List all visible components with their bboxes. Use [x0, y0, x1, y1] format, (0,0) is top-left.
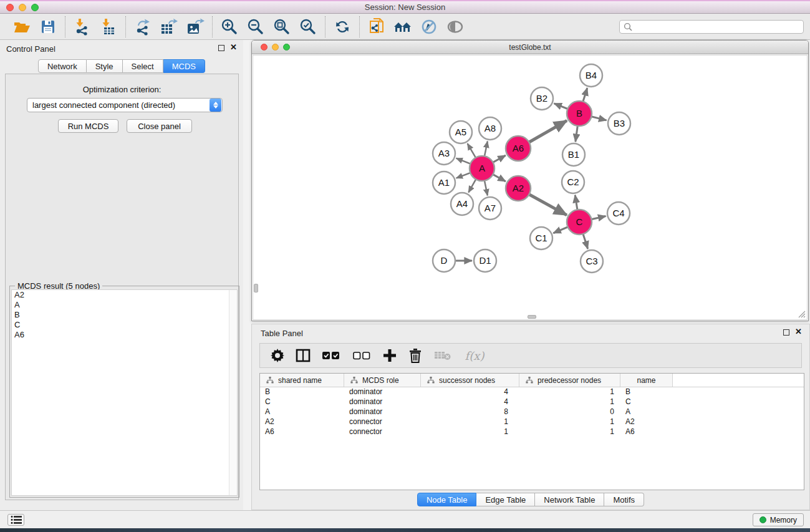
deselect-all-columns-icon[interactable] [352, 347, 372, 364]
task-history-button[interactable] [7, 514, 24, 526]
tab-node-table[interactable]: Node Table [417, 493, 477, 506]
shared-column-icon [266, 377, 274, 384]
node-label-C2: C2 [567, 177, 579, 187]
optimization-criterion-select[interactable]: largest connected component (directed) [27, 98, 223, 112]
table-row[interactable]: Bdominator41B [260, 387, 804, 397]
network-search-field[interactable] [619, 20, 804, 34]
table-settings-gear-icon[interactable] [270, 347, 285, 364]
table-cell: 1 [421, 417, 519, 427]
create-column-plus-icon[interactable] [382, 347, 397, 364]
export-table-icon[interactable] [156, 16, 182, 38]
export-network-icon[interactable] [130, 16, 156, 38]
minimize-network-window-button[interactable] [272, 44, 279, 51]
close-table-panel-icon[interactable]: ✕ [795, 327, 802, 336]
node-label-B2: B2 [536, 93, 547, 104]
import-network-icon[interactable] [69, 16, 95, 38]
column-header-name[interactable]: name [620, 374, 673, 387]
shared-column-icon [350, 377, 358, 384]
mcds-result-item[interactable]: A2 [12, 290, 237, 300]
float-panel-icon[interactable] [218, 45, 224, 51]
column-header-shared-name[interactable]: shared name [260, 374, 344, 387]
mcds-result-group: MCDS result (5 nodes) A2ABCA6 [9, 286, 239, 498]
run-mcds-button[interactable]: Run MCDS [58, 119, 118, 133]
clone-network-icon[interactable] [364, 16, 390, 38]
mcds-result-item[interactable]: B [12, 310, 237, 320]
resize-grip-icon[interactable] [798, 310, 806, 318]
tab-network[interactable]: Network [38, 59, 87, 73]
minimize-window-button[interactable] [19, 4, 26, 11]
show-hide-panel-eye-icon[interactable] [442, 16, 468, 38]
zoom-network-window-button[interactable] [283, 44, 290, 51]
search-input[interactable] [635, 21, 803, 32]
close-panel-icon[interactable]: ✕ [230, 43, 237, 52]
zoom-fit-icon[interactable] [269, 16, 295, 38]
node-table[interactable]: shared nameMCDS rolesuccessor nodesprede… [259, 373, 804, 490]
save-session-icon[interactable] [35, 16, 61, 38]
desktop-background [0, 528, 810, 532]
mcds-result-item[interactable]: C [12, 320, 237, 330]
table-panel-title: Table Panel [261, 329, 303, 338]
mcds-result-list[interactable]: A2ABCA6 [11, 289, 238, 496]
network-window-titlebar[interactable]: testGlobe.txt [252, 41, 808, 54]
table-row[interactable]: A6connector11A6 [260, 427, 804, 437]
tab-select[interactable]: Select [123, 59, 163, 73]
table-tabs: Node TableEdge TableNetwork TableMotifs [252, 493, 809, 506]
table-cell: connector [344, 427, 421, 437]
column-header-predecessor-nodes[interactable]: predecessor nodes [519, 374, 620, 387]
network-canvas[interactable]: B4B2BB3A8A5A6B1A3AA1C2A2A4A7C4CC1C3DD1 [253, 55, 808, 320]
mcds-result-item[interactable]: A6 [12, 330, 237, 340]
app-titlebar: Session: New Session [0, 0, 810, 14]
first-neighbors-icon[interactable] [390, 16, 416, 38]
horizontal-scrollbar-thumb[interactable] [528, 315, 536, 319]
select-all-columns-icon[interactable] [321, 347, 341, 364]
table-cell: A2 [260, 417, 344, 427]
close-window-button[interactable] [6, 4, 14, 11]
pane-mode-icon[interactable] [296, 347, 311, 364]
vertical-scrollbar-thumb[interactable] [254, 284, 258, 293]
mcds-panel: Optimization criterion: largest connecte… [5, 74, 239, 500]
tab-mcds[interactable]: MCDS [163, 59, 205, 73]
hide-annotations-icon[interactable] [416, 16, 442, 38]
network-graph[interactable]: B4B2BB3A8A5A6B1A3AA1C2A2A4A7C4CC1C3DD1 [253, 56, 808, 321]
export-image-icon[interactable] [182, 16, 208, 38]
tab-style[interactable]: Style [87, 59, 123, 73]
table-cell: A [260, 407, 344, 417]
zoom-out-icon[interactable] [243, 16, 269, 38]
table-row[interactable]: Cdominator41C [260, 397, 804, 407]
list-scrollbar[interactable] [229, 290, 237, 495]
toolbar-separator [212, 16, 213, 37]
node-label-A6: A6 [513, 143, 524, 153]
tab-motifs[interactable]: Motifs [604, 493, 644, 506]
zoom-in-icon[interactable] [216, 16, 243, 38]
function-builder-icon[interactable]: f(x) [463, 347, 486, 364]
select-stepper-icon [210, 99, 221, 112]
import-table-icon[interactable] [95, 16, 122, 38]
delete-columns-trash-icon[interactable] [408, 347, 423, 364]
column-header-successor-nodes[interactable]: successor nodes [421, 374, 519, 387]
close-panel-button[interactable]: Close panel [127, 119, 192, 133]
tab-edge-table[interactable]: Edge Table [476, 493, 535, 506]
mcds-result-item[interactable]: A [12, 300, 237, 310]
open-folder-icon[interactable] [9, 16, 35, 38]
zoom-selected-icon[interactable] [295, 16, 321, 38]
table-cell: 0 [519, 407, 620, 417]
table-panel: Table Panel ✕ [251, 324, 810, 510]
table-row[interactable]: A2connector11A2 [260, 417, 804, 427]
zoom-window-button[interactable] [31, 4, 39, 11]
tab-network-table[interactable]: Network Table [535, 493, 604, 506]
node-label-A1: A1 [438, 177, 450, 188]
control-panel-title: Control Panel [6, 44, 55, 54]
memory-button[interactable]: Memory [753, 513, 804, 526]
close-network-window-button[interactable] [261, 44, 268, 51]
table-cell: 1 [519, 387, 620, 397]
node-label-D1: D1 [479, 255, 491, 266]
table-row[interactable]: Adominator80A [260, 407, 804, 417]
node-label-A8: A8 [485, 123, 496, 133]
node-label-B: B [576, 108, 582, 118]
float-table-panel-icon[interactable] [783, 329, 789, 336]
node-label-A3: A3 [438, 148, 450, 158]
refresh-layout-icon[interactable] [329, 16, 355, 38]
column-header-MCDS-role[interactable]: MCDS role [344, 374, 421, 387]
table-cell: 4 [421, 387, 519, 397]
delete-table-icon[interactable] [433, 347, 452, 364]
